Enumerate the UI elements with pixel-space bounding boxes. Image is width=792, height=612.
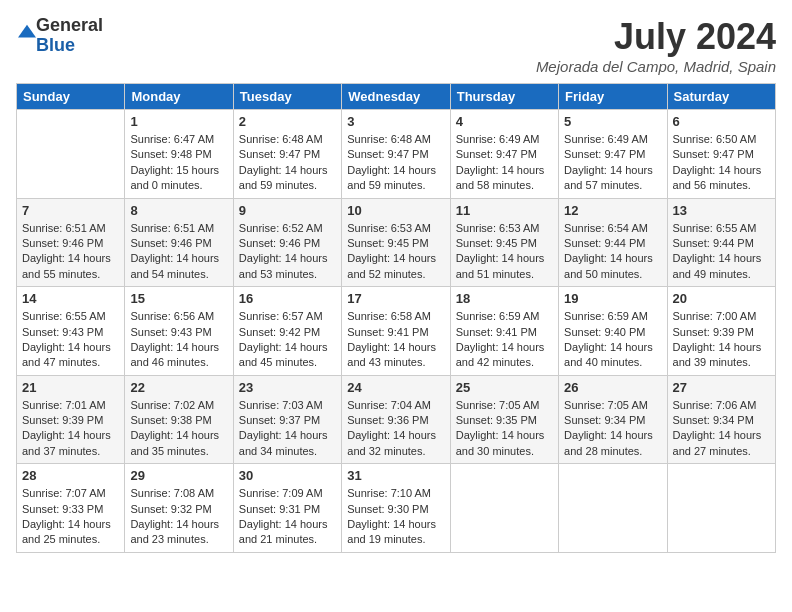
- calendar-week-row: 1Sunrise: 6:47 AM Sunset: 9:48 PM Daylig…: [17, 110, 776, 199]
- calendar-cell: 12Sunrise: 6:54 AM Sunset: 9:44 PM Dayli…: [559, 198, 667, 287]
- day-number: 16: [239, 291, 336, 306]
- day-info: Sunrise: 6:53 AM Sunset: 9:45 PM Dayligh…: [347, 221, 444, 283]
- calendar-cell: 28Sunrise: 7:07 AM Sunset: 9:33 PM Dayli…: [17, 464, 125, 553]
- location: Mejorada del Campo, Madrid, Spain: [536, 58, 776, 75]
- day-number: 3: [347, 114, 444, 129]
- day-number: 29: [130, 468, 227, 483]
- day-info: Sunrise: 6:59 AM Sunset: 9:41 PM Dayligh…: [456, 309, 553, 371]
- calendar-cell: 6Sunrise: 6:50 AM Sunset: 9:47 PM Daylig…: [667, 110, 775, 199]
- calendar-cell: 8Sunrise: 6:51 AM Sunset: 9:46 PM Daylig…: [125, 198, 233, 287]
- calendar-cell: 13Sunrise: 6:55 AM Sunset: 9:44 PM Dayli…: [667, 198, 775, 287]
- day-info: Sunrise: 7:05 AM Sunset: 9:34 PM Dayligh…: [564, 398, 661, 460]
- calendar-cell: 3Sunrise: 6:48 AM Sunset: 9:47 PM Daylig…: [342, 110, 450, 199]
- calendar-cell: 30Sunrise: 7:09 AM Sunset: 9:31 PM Dayli…: [233, 464, 341, 553]
- day-number: 4: [456, 114, 553, 129]
- day-info: Sunrise: 6:59 AM Sunset: 9:40 PM Dayligh…: [564, 309, 661, 371]
- calendar-cell: 11Sunrise: 6:53 AM Sunset: 9:45 PM Dayli…: [450, 198, 558, 287]
- calendar-cell: 19Sunrise: 6:59 AM Sunset: 9:40 PM Dayli…: [559, 287, 667, 376]
- day-info: Sunrise: 7:02 AM Sunset: 9:38 PM Dayligh…: [130, 398, 227, 460]
- day-info: Sunrise: 7:00 AM Sunset: 9:39 PM Dayligh…: [673, 309, 770, 371]
- calendar-cell: 5Sunrise: 6:49 AM Sunset: 9:47 PM Daylig…: [559, 110, 667, 199]
- calendar-cell: [667, 464, 775, 553]
- day-number: 17: [347, 291, 444, 306]
- day-number: 8: [130, 203, 227, 218]
- calendar-cell: 31Sunrise: 7:10 AM Sunset: 9:30 PM Dayli…: [342, 464, 450, 553]
- day-number: 13: [673, 203, 770, 218]
- day-info: Sunrise: 7:03 AM Sunset: 9:37 PM Dayligh…: [239, 398, 336, 460]
- day-info: Sunrise: 7:06 AM Sunset: 9:34 PM Dayligh…: [673, 398, 770, 460]
- calendar-cell: 1Sunrise: 6:47 AM Sunset: 9:48 PM Daylig…: [125, 110, 233, 199]
- day-header-sunday: Sunday: [17, 84, 125, 110]
- day-number: 25: [456, 380, 553, 395]
- day-number: 31: [347, 468, 444, 483]
- calendar-cell: [450, 464, 558, 553]
- day-info: Sunrise: 6:48 AM Sunset: 9:47 PM Dayligh…: [239, 132, 336, 194]
- calendar-table: SundayMondayTuesdayWednesdayThursdayFrid…: [16, 83, 776, 553]
- page-header: General Blue July 2024 Mejorada del Camp…: [16, 16, 776, 75]
- calendar-cell: 15Sunrise: 6:56 AM Sunset: 9:43 PM Dayli…: [125, 287, 233, 376]
- day-info: Sunrise: 7:10 AM Sunset: 9:30 PM Dayligh…: [347, 486, 444, 548]
- day-info: Sunrise: 6:56 AM Sunset: 9:43 PM Dayligh…: [130, 309, 227, 371]
- month-year: July 2024: [536, 16, 776, 58]
- day-number: 26: [564, 380, 661, 395]
- calendar-cell: 25Sunrise: 7:05 AM Sunset: 9:35 PM Dayli…: [450, 375, 558, 464]
- calendar-cell: 2Sunrise: 6:48 AM Sunset: 9:47 PM Daylig…: [233, 110, 341, 199]
- logo: General Blue: [16, 16, 103, 56]
- day-info: Sunrise: 6:51 AM Sunset: 9:46 PM Dayligh…: [130, 221, 227, 283]
- svg-marker-0: [18, 25, 36, 38]
- day-info: Sunrise: 6:55 AM Sunset: 9:43 PM Dayligh…: [22, 309, 119, 371]
- calendar-cell: 26Sunrise: 7:05 AM Sunset: 9:34 PM Dayli…: [559, 375, 667, 464]
- day-info: Sunrise: 7:08 AM Sunset: 9:32 PM Dayligh…: [130, 486, 227, 548]
- day-info: Sunrise: 7:05 AM Sunset: 9:35 PM Dayligh…: [456, 398, 553, 460]
- day-info: Sunrise: 6:52 AM Sunset: 9:46 PM Dayligh…: [239, 221, 336, 283]
- day-number: 11: [456, 203, 553, 218]
- day-info: Sunrise: 6:51 AM Sunset: 9:46 PM Dayligh…: [22, 221, 119, 283]
- calendar-cell: 16Sunrise: 6:57 AM Sunset: 9:42 PM Dayli…: [233, 287, 341, 376]
- day-info: Sunrise: 6:53 AM Sunset: 9:45 PM Dayligh…: [456, 221, 553, 283]
- calendar-cell: 22Sunrise: 7:02 AM Sunset: 9:38 PM Dayli…: [125, 375, 233, 464]
- logo-blue: Blue: [36, 36, 103, 56]
- logo-general: General: [36, 16, 103, 36]
- calendar-cell: 7Sunrise: 6:51 AM Sunset: 9:46 PM Daylig…: [17, 198, 125, 287]
- calendar-cell: 24Sunrise: 7:04 AM Sunset: 9:36 PM Dayli…: [342, 375, 450, 464]
- day-header-saturday: Saturday: [667, 84, 775, 110]
- day-number: 27: [673, 380, 770, 395]
- day-info: Sunrise: 6:47 AM Sunset: 9:48 PM Dayligh…: [130, 132, 227, 194]
- day-number: 5: [564, 114, 661, 129]
- day-header-wednesday: Wednesday: [342, 84, 450, 110]
- day-number: 12: [564, 203, 661, 218]
- calendar-cell: [559, 464, 667, 553]
- day-number: 6: [673, 114, 770, 129]
- calendar-cell: 29Sunrise: 7:08 AM Sunset: 9:32 PM Dayli…: [125, 464, 233, 553]
- title-block: July 2024 Mejorada del Campo, Madrid, Sp…: [536, 16, 776, 75]
- day-header-tuesday: Tuesday: [233, 84, 341, 110]
- day-info: Sunrise: 6:55 AM Sunset: 9:44 PM Dayligh…: [673, 221, 770, 283]
- day-number: 30: [239, 468, 336, 483]
- day-info: Sunrise: 6:50 AM Sunset: 9:47 PM Dayligh…: [673, 132, 770, 194]
- calendar-week-row: 7Sunrise: 6:51 AM Sunset: 9:46 PM Daylig…: [17, 198, 776, 287]
- day-info: Sunrise: 6:58 AM Sunset: 9:41 PM Dayligh…: [347, 309, 444, 371]
- day-info: Sunrise: 6:54 AM Sunset: 9:44 PM Dayligh…: [564, 221, 661, 283]
- day-header-friday: Friday: [559, 84, 667, 110]
- calendar-cell: 9Sunrise: 6:52 AM Sunset: 9:46 PM Daylig…: [233, 198, 341, 287]
- calendar-cell: 10Sunrise: 6:53 AM Sunset: 9:45 PM Dayli…: [342, 198, 450, 287]
- day-number: 7: [22, 203, 119, 218]
- logo-icon: [18, 23, 36, 41]
- day-header-thursday: Thursday: [450, 84, 558, 110]
- calendar-week-row: 21Sunrise: 7:01 AM Sunset: 9:39 PM Dayli…: [17, 375, 776, 464]
- day-number: 19: [564, 291, 661, 306]
- day-number: 21: [22, 380, 119, 395]
- day-info: Sunrise: 7:09 AM Sunset: 9:31 PM Dayligh…: [239, 486, 336, 548]
- day-number: 1: [130, 114, 227, 129]
- day-number: 2: [239, 114, 336, 129]
- calendar-cell: [17, 110, 125, 199]
- calendar-cell: 17Sunrise: 6:58 AM Sunset: 9:41 PM Dayli…: [342, 287, 450, 376]
- day-info: Sunrise: 7:04 AM Sunset: 9:36 PM Dayligh…: [347, 398, 444, 460]
- calendar-cell: 21Sunrise: 7:01 AM Sunset: 9:39 PM Dayli…: [17, 375, 125, 464]
- day-info: Sunrise: 6:49 AM Sunset: 9:47 PM Dayligh…: [456, 132, 553, 194]
- day-info: Sunrise: 6:48 AM Sunset: 9:47 PM Dayligh…: [347, 132, 444, 194]
- calendar-week-row: 28Sunrise: 7:07 AM Sunset: 9:33 PM Dayli…: [17, 464, 776, 553]
- day-info: Sunrise: 6:57 AM Sunset: 9:42 PM Dayligh…: [239, 309, 336, 371]
- calendar-cell: 14Sunrise: 6:55 AM Sunset: 9:43 PM Dayli…: [17, 287, 125, 376]
- day-info: Sunrise: 7:01 AM Sunset: 9:39 PM Dayligh…: [22, 398, 119, 460]
